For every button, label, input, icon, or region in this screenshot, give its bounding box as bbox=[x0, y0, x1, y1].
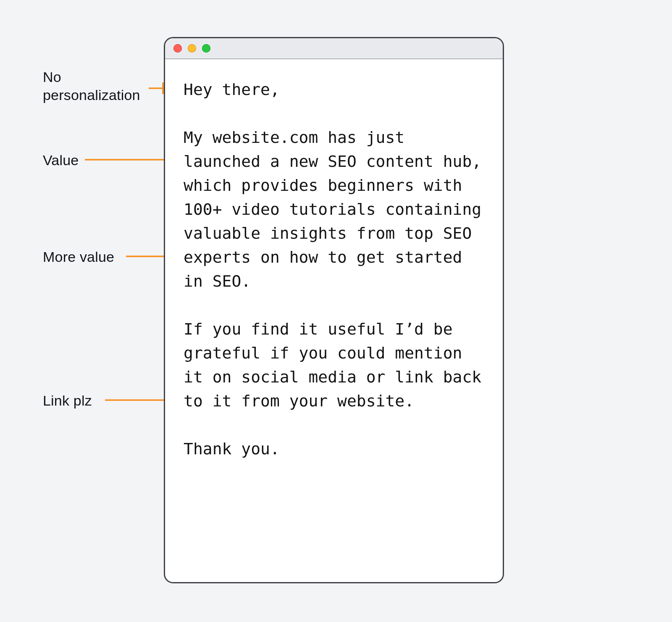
annotation-label-no-personalization: No personalization bbox=[43, 68, 152, 104]
traffic-light-zoom-icon[interactable] bbox=[202, 44, 210, 53]
email-paragraph-1: My website.com has just launched a new S… bbox=[184, 128, 491, 290]
email-greeting: Hey there, bbox=[184, 80, 280, 99]
traffic-light-minimize-icon[interactable] bbox=[188, 44, 196, 53]
email-paragraph-2: If you find it useful I’d be grateful if… bbox=[184, 320, 491, 410]
traffic-light-close-icon[interactable] bbox=[173, 44, 182, 53]
email-signoff: Thank you. bbox=[184, 440, 280, 458]
annotation-label-link-plz: Link plz bbox=[43, 392, 92, 410]
window-titlebar bbox=[165, 38, 503, 59]
email-body: Hey there, My website.com has just launc… bbox=[165, 59, 503, 480]
annotation-label-value: Value bbox=[43, 151, 79, 169]
email-window: Hey there, My website.com has just launc… bbox=[164, 37, 504, 583]
annotation-label-more-value: More value bbox=[43, 248, 114, 266]
